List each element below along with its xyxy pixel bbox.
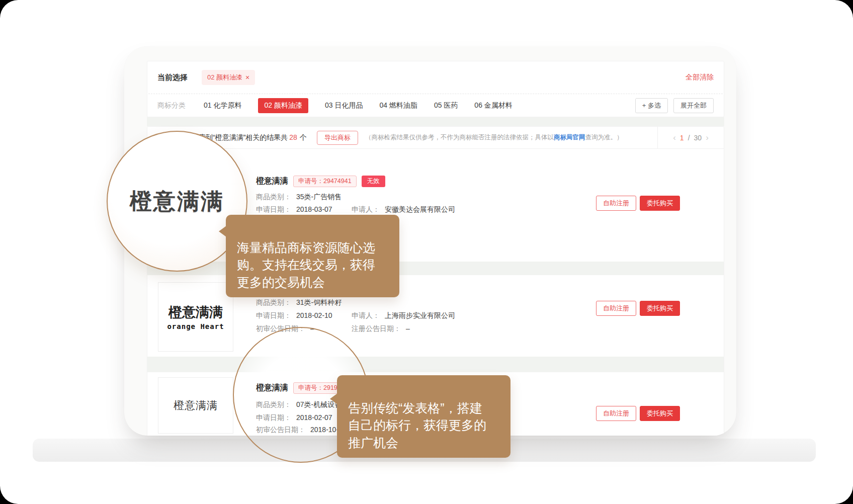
trademark-image-subtext: orange Heart	[167, 322, 224, 330]
row-gap	[147, 357, 724, 372]
total-pages: 30	[694, 134, 702, 142]
category-item-04[interactable]: 04 燃料油脂	[379, 101, 417, 110]
date-applicant-field: 申请日期：2018-02-10 申请人：上海雨步实业有限公司	[256, 311, 578, 320]
row-actions: 自助注册 委托购买	[596, 196, 680, 211]
applicant-field: 申请人：安徽美达会展有限公司	[352, 205, 455, 214]
field-value: 35类-广告销售	[296, 193, 342, 201]
trademark-image-2: 橙意满满 orange Heart	[158, 282, 233, 352]
entrust-purchase-button[interactable]: 委托购买	[640, 406, 680, 421]
field-label: 申请人：	[352, 205, 380, 213]
trademark-name-line: 橙意满满 申请号：29474941 无效	[256, 176, 385, 187]
self-register-button[interactable]: 自助注册	[596, 301, 636, 316]
next-page-icon[interactable]: ›	[706, 133, 709, 143]
application-number-badge: 申请号：29474941	[293, 176, 357, 187]
field-label: 申请日期：	[256, 311, 291, 319]
pagination: ‹ 1 / 30 ›	[657, 127, 724, 148]
entrust-purchase-button[interactable]: 委托购买	[640, 196, 680, 211]
remove-filter-icon[interactable]: ×	[245, 74, 249, 81]
field-value: –	[406, 324, 410, 332]
self-register-button[interactable]: 自助注册	[596, 196, 636, 211]
disclaimer-pre: （商标检索结果仅供参考，不作为商标能否注册的法律依据；具体以	[365, 134, 554, 141]
entrust-purchase-button[interactable]: 委托购买	[640, 301, 680, 316]
field-label: 商品类别：	[256, 298, 291, 306]
current-page: 1	[680, 134, 684, 142]
trademark-name: 橙意满满	[256, 176, 288, 187]
date-applicant-field: 申请日期：2018-03-07 申请人：安徽美达会展有限公司	[256, 205, 578, 214]
callout-text: 告别传统“发表格”，搭建 自己的标行，获得更多的 推广机会	[348, 401, 486, 450]
trademark-image-text: 橙意满满	[168, 303, 223, 321]
magnified-trademark-text: 橙意满满	[130, 187, 224, 216]
category-item-03[interactable]: 03 日化用品	[325, 101, 363, 110]
panel-gap	[147, 117, 724, 126]
category-field: 商品类别：35类-广告销售	[256, 193, 578, 202]
current-selection-row: 当前选择 02 颜料油漆 × 全部清除	[147, 61, 724, 94]
trademark-image-text: 橙意满满	[174, 398, 218, 412]
field-value: 2018-03-07	[296, 205, 332, 213]
results-header: 当前分类中检索到“橙意满满”相关的结果共28个 导出商标 （商标检索结果仅供参考…	[147, 127, 724, 149]
field-value: 31类-饲料种籽	[296, 298, 342, 306]
field-value: 2018-02-10	[296, 311, 332, 319]
reg-pub-field: 注册公告日期：–	[352, 324, 410, 333]
results-count-unit: 个	[300, 133, 307, 141]
filter-panel: 当前选择 02 颜料油漆 × 全部清除 商标分类 01 化学原料 02 颜料油漆…	[147, 61, 724, 117]
disclaimer-note: （商标检索结果仅供参考，不作为商标能否注册的法律依据；具体以商标局官网查询为准。…	[365, 133, 623, 142]
status-badge-invalid: 无效	[362, 176, 385, 187]
self-register-button[interactable]: 自助注册	[596, 406, 636, 421]
results-count: 28	[289, 133, 297, 141]
clear-all-button[interactable]: 全部清除	[686, 73, 714, 82]
field-label: 申请人：	[352, 311, 380, 319]
field-label: 商品类别：	[256, 193, 291, 201]
multi-select-button[interactable]: + 多选	[635, 98, 668, 113]
selected-filter-tag-label: 02 颜料油漆	[207, 73, 242, 82]
expand-all-button[interactable]: 展开全部	[673, 98, 714, 113]
field-label: 注册公告日期：	[352, 324, 401, 332]
row-actions: 自助注册 委托购买	[596, 406, 680, 421]
category-row: 商标分类 01 化学原料 02 颜料油漆 03 日化用品 04 燃料油脂 05 …	[147, 94, 724, 117]
selected-filter-tag[interactable]: 02 颜料油漆 ×	[202, 70, 255, 85]
application-number-label: 申请号：	[298, 178, 323, 185]
callout-bubble-1: 海量精品商标资源随心选 购。支持在线交易，获得 更多的交易机会	[226, 215, 399, 297]
category-bar-label: 商标分类	[157, 101, 186, 110]
trademark-image-3: 橙意满满	[158, 377, 233, 434]
disclaimer-post: 查询为准。）	[585, 134, 623, 141]
application-number-value: 29474941	[323, 178, 352, 185]
category-item-02-active[interactable]: 02 颜料油漆	[258, 98, 308, 113]
category-item-06[interactable]: 06 金属材料	[474, 101, 512, 110]
field-value: 上海雨步实业有限公司	[385, 311, 455, 319]
category-item-01[interactable]: 01 化学原料	[204, 101, 241, 110]
callout-bubble-2: 告别传统“发表格”，搭建 自己的标行，获得更多的 推广机会	[337, 375, 510, 458]
export-trademarks-button[interactable]: 导出商标	[317, 131, 358, 145]
trademark-office-link[interactable]: 商标局官网	[554, 134, 585, 141]
field-label: 申请日期：	[256, 205, 291, 213]
category-item-05[interactable]: 05 医药	[434, 101, 458, 110]
callout-text: 海量精品商标资源随心选 购。支持在线交易，获得 更多的交易机会	[237, 240, 375, 289]
applicant-field: 申请人：上海雨步实业有限公司	[352, 311, 455, 320]
current-selection-label: 当前选择	[157, 73, 188, 82]
page-canvas: 当前选择 02 颜料油漆 × 全部清除 商标分类 01 化学原料 02 颜料油漆…	[0, 0, 853, 504]
prev-page-icon[interactable]: ‹	[673, 133, 676, 143]
page-separator: /	[688, 134, 690, 142]
category-field: 商品类别：31类-饲料种籽	[256, 298, 578, 307]
row-actions: 自助注册 委托购买	[596, 301, 680, 316]
field-value: 安徽美达会展有限公司	[385, 205, 455, 213]
